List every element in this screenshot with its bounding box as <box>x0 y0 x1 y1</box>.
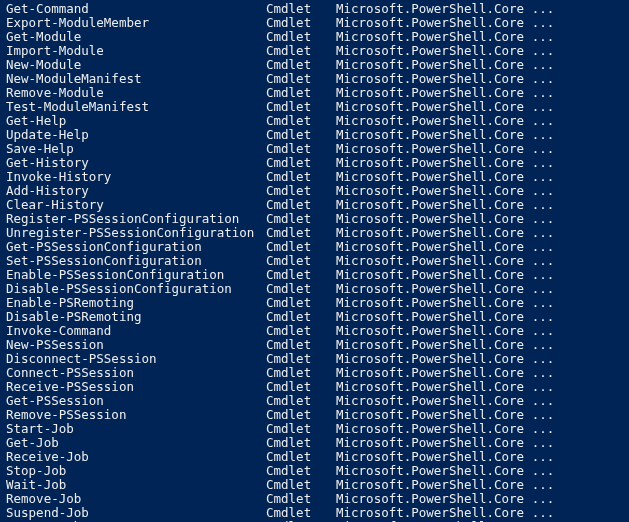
command-name: Save-Help <box>6 142 266 156</box>
command-name: Start-Job <box>6 422 266 436</box>
command-name: Disable-PSSessionConfiguration <box>6 282 266 296</box>
command-type: Cmdlet <box>266 30 336 44</box>
command-source: Microsoft.PowerShell.Core ... <box>336 170 554 184</box>
command-type: Cmdlet <box>266 226 336 240</box>
command-type: Cmdlet <box>266 212 336 226</box>
output-row: Test-ModuleManifestCmdletMicrosoft.Power… <box>6 100 623 114</box>
output-row: Connect-PSSessionCmdletMicrosoft.PowerSh… <box>6 366 623 380</box>
command-type: Cmdlet <box>266 254 336 268</box>
command-source: Microsoft.PowerShell.Core ... <box>336 394 554 408</box>
output-row: Get-HelpCmdletMicrosoft.PowerShell.Core … <box>6 114 623 128</box>
command-source: Microsoft.PowerShell.Core ... <box>336 128 554 142</box>
command-name: Get-Command <box>6 2 266 16</box>
command-source: Microsoft.PowerShell.Core ... <box>336 492 554 506</box>
command-name: Stop-Job <box>6 464 266 478</box>
command-name: Enable-PSSessionConfiguration <box>6 268 266 282</box>
command-source: Microsoft.PowerShell.Core ... <box>336 240 554 254</box>
command-source: Microsoft.PowerShell.Core ... <box>336 114 554 128</box>
command-source: Microsoft.PowerShell.Core ... <box>336 408 554 422</box>
command-name: Update-Help <box>6 128 266 142</box>
command-type: Cmdlet <box>266 436 336 450</box>
command-type: Cmdlet <box>266 366 336 380</box>
output-row: Start-JobCmdletMicrosoft.PowerShell.Core… <box>6 422 623 436</box>
command-source: Microsoft.PowerShell.Core ... <box>336 506 554 520</box>
command-type: Cmdlet <box>266 394 336 408</box>
command-type: Cmdlet <box>266 492 336 506</box>
output-row: New-PSSessionCmdletMicrosoft.PowerShell.… <box>6 338 623 352</box>
command-name: Get-Module <box>6 30 266 44</box>
command-name: Remove-Job <box>6 492 266 506</box>
command-name: New-ModuleManifest <box>6 72 266 86</box>
command-type: Cmdlet <box>266 310 336 324</box>
command-name: Get-PSSession <box>6 394 266 408</box>
command-type: Cmdlet <box>266 58 336 72</box>
command-name: Wait-Job <box>6 478 266 492</box>
command-source: Microsoft.PowerShell.Core ... <box>336 352 554 366</box>
output-row: Stop-JobCmdletMicrosoft.PowerShell.Core … <box>6 464 623 478</box>
output-row: Get-CommandCmdletMicrosoft.PowerShell.Co… <box>6 2 623 16</box>
command-source: Microsoft.PowerShell.Core ... <box>336 450 554 464</box>
output-row: Invoke-HistoryCmdletMicrosoft.PowerShell… <box>6 170 623 184</box>
command-source: Microsoft.PowerShell.Core ... <box>336 296 554 310</box>
command-type: Cmdlet <box>266 184 336 198</box>
command-name: Clear-History <box>6 198 266 212</box>
command-type: Cmdlet <box>266 338 336 352</box>
terminal-output[interactable]: Get-CommandCmdletMicrosoft.PowerShell.Co… <box>6 2 623 522</box>
output-row: Disable-PSRemotingCmdletMicrosoft.PowerS… <box>6 310 623 324</box>
command-source: Microsoft.PowerShell.Core ... <box>336 478 554 492</box>
command-source: Microsoft.PowerShell.Core ... <box>336 198 554 212</box>
command-source: Microsoft.PowerShell.Core ... <box>336 324 554 338</box>
output-row: Save-HelpCmdletMicrosoft.PowerShell.Core… <box>6 142 623 156</box>
command-name: Receive-Job <box>6 450 266 464</box>
command-name: Get-Job <box>6 436 266 450</box>
output-row: Clear-HistoryCmdletMicrosoft.PowerShell.… <box>6 198 623 212</box>
command-name: Unregister-PSSessionConfiguration <box>6 226 266 240</box>
command-name: Set-PSSessionConfiguration <box>6 254 266 268</box>
command-type: Cmdlet <box>266 422 336 436</box>
command-name: Register-PSSessionConfiguration <box>6 212 266 226</box>
output-row: Get-PSSessionConfigurationCmdletMicrosof… <box>6 240 623 254</box>
command-source: Microsoft.PowerShell.Core ... <box>336 156 554 170</box>
output-row: Disable-PSSessionConfigurationCmdletMicr… <box>6 282 623 296</box>
output-row: Receive-JobCmdletMicrosoft.PowerShell.Co… <box>6 450 623 464</box>
output-row: Wait-JobCmdletMicrosoft.PowerShell.Core … <box>6 478 623 492</box>
output-row: Remove-ModuleCmdletMicrosoft.PowerShell.… <box>6 86 623 100</box>
command-source: Microsoft.PowerShell.Core ... <box>336 72 554 86</box>
command-type: Cmdlet <box>266 240 336 254</box>
command-type: Cmdlet <box>266 464 336 478</box>
output-row: Export-ModuleMemberCmdletMicrosoft.Power… <box>6 16 623 30</box>
command-source: Microsoft.PowerShell.Core ... <box>336 436 554 450</box>
command-source: Microsoft.PowerShell.Core ... <box>336 184 554 198</box>
command-name: Disable-PSRemoting <box>6 310 266 324</box>
command-name: Remove-PSSession <box>6 408 266 422</box>
command-source: Microsoft.PowerShell.Core ... <box>336 380 554 394</box>
command-type: Cmdlet <box>266 44 336 58</box>
command-source: Microsoft.PowerShell.Core ... <box>336 464 554 478</box>
command-name: Test-ModuleManifest <box>6 100 266 114</box>
command-type: Cmdlet <box>266 380 336 394</box>
command-type: Cmdlet <box>266 478 336 492</box>
command-name: Add-History <box>6 184 266 198</box>
command-type: Cmdlet <box>266 268 336 282</box>
command-name: Get-History <box>6 156 266 170</box>
output-row: Update-HelpCmdletMicrosoft.PowerShell.Co… <box>6 128 623 142</box>
command-source: Microsoft.PowerShell.Core ... <box>336 338 554 352</box>
command-type: Cmdlet <box>266 86 336 100</box>
command-type: Cmdlet <box>266 506 336 520</box>
output-row: New-ModuleCmdletMicrosoft.PowerShell.Cor… <box>6 58 623 72</box>
output-row: Suspend-JobCmdletMicrosoft.PowerShell.Co… <box>6 506 623 520</box>
output-row: Enable-PSSessionConfigurationCmdletMicro… <box>6 268 623 282</box>
command-type: Cmdlet <box>266 408 336 422</box>
output-row: Remove-JobCmdletMicrosoft.PowerShell.Cor… <box>6 492 623 506</box>
command-source: Microsoft.PowerShell.Core ... <box>336 30 554 44</box>
command-source: Microsoft.PowerShell.Core ... <box>336 226 554 240</box>
command-name: New-PSSession <box>6 338 266 352</box>
command-source: Microsoft.PowerShell.Core ... <box>336 212 554 226</box>
output-row: Remove-PSSessionCmdletMicrosoft.PowerShe… <box>6 408 623 422</box>
command-name: Enable-PSRemoting <box>6 296 266 310</box>
command-type: Cmdlet <box>266 198 336 212</box>
output-row: Invoke-CommandCmdletMicrosoft.PowerShell… <box>6 324 623 338</box>
command-source: Microsoft.PowerShell.Core ... <box>336 44 554 58</box>
command-source: Microsoft.PowerShell.Core ... <box>336 16 554 30</box>
command-name: Invoke-Command <box>6 324 266 338</box>
